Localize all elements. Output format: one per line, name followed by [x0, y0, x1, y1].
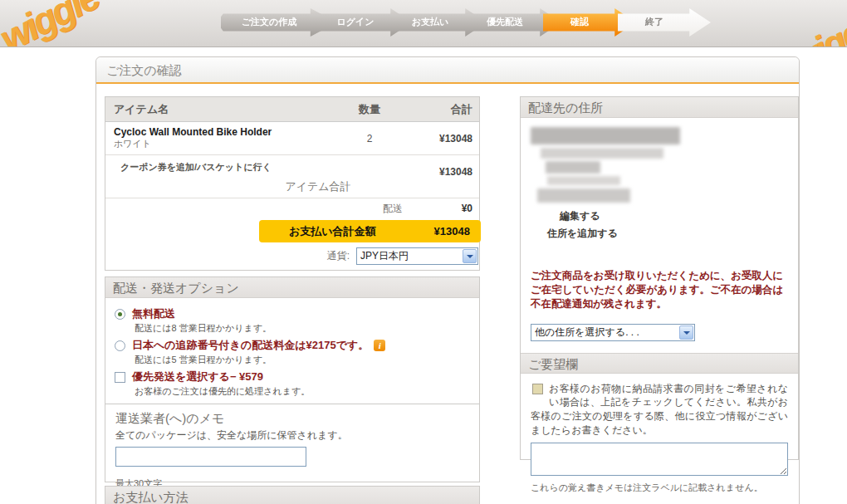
other-address-select[interactable]: 他の住所を選択する. . . — [531, 324, 695, 341]
item-quantity: 2 — [336, 133, 403, 144]
item-variant: ホワイト — [114, 138, 336, 150]
requests-header: ご要望欄 — [521, 353, 798, 374]
grand-total-label: お支払い合計金額 — [289, 224, 376, 239]
address-block: 編集する 住所を追加する — [521, 118, 798, 241]
requests-textarea[interactable] — [531, 443, 788, 476]
col-qty: 数量 — [336, 102, 403, 117]
item-name: Cycloc Wall Mounted Bike Holder — [114, 126, 336, 138]
chevron-down-icon[interactable] — [679, 325, 693, 340]
currency-select[interactable]: JPY日本円 — [356, 247, 478, 265]
free-shipping-radio[interactable] — [115, 309, 125, 320]
courier-memo-desc: 全てのパッケージは、安全な場所に保管されます。 — [115, 428, 469, 443]
tracked-shipping-desc: 配送には5 営業日程かかります。 — [135, 354, 472, 366]
currency-row: 通貨: JPY日本円 — [105, 242, 479, 269]
grand-total-value: ¥13048 — [434, 225, 470, 237]
tracked-shipping-radio[interactable] — [115, 340, 125, 351]
shipping-options-header: 配送・発送オプション — [105, 277, 479, 298]
address-redacted-line — [537, 188, 630, 203]
free-shipping-desc: 配送には8 営業日程かかります。 — [135, 322, 472, 335]
checkout-progress: ご注文の作成 ログイン お支払い 優先配送 確認 終了 — [221, 8, 693, 37]
add-coupon-link[interactable]: クーポン券を追加/バスケットに行く — [120, 161, 272, 174]
shipping-label: 配送 — [383, 202, 403, 216]
col-item-name: アイテム名 — [105, 102, 336, 117]
item-total: ¥13048 — [403, 133, 479, 144]
priority-dispatch-label[interactable]: 優先発送を選択する− ¥579 — [132, 369, 263, 384]
free-shipping-label[interactable]: 無料配送 — [132, 306, 175, 321]
edit-address-link[interactable]: 編集する — [560, 209, 788, 223]
top-banner: wiggle wiggle ご注文の作成 ログイン お支払い 優先配送 確認 終… — [0, 0, 847, 47]
order-confirmation-container: ご注文の確認 アイテム名 数量 合計 Cycloc Wall Mounted B… — [95, 56, 800, 504]
wiggle-logo: wiggle — [0, 0, 105, 47]
table-row: Cycloc Wall Mounted Bike Holder ホワイト 2 ¥… — [105, 122, 479, 155]
courier-memo-title: 運送業者(へ)のメモ — [115, 411, 469, 427]
shipping-value: ¥0 — [403, 203, 479, 214]
add-address-link[interactable]: 住所を追加する — [547, 227, 788, 241]
subtotal-block: クーポン券を追加/バスケットに行く ¥13048 アイテム合計 — [105, 155, 479, 198]
shipping-options-panel: 配送・発送オプション 無料配送 配送には8 営業日程かかります。 日本への追跡番… — [105, 276, 480, 482]
payment-method-panel: お支払い方法 — [105, 486, 480, 504]
address-redacted-line — [546, 161, 600, 174]
payment-method-header: お支払い方法 — [105, 487, 479, 504]
tracked-shipping-label[interactable]: 日本への追跡番号付きの配送料金は¥2175です。 — [132, 338, 369, 353]
shipping-cost-row: 配送 ¥0 — [105, 198, 479, 218]
address-redacted-line — [531, 127, 680, 144]
wiggle-logo-partial: wiggle — [781, 0, 847, 47]
col-total: 合計 — [403, 102, 479, 117]
info-icon[interactable]: i — [374, 340, 385, 351]
requests-instructions: お客様のお荷物に納品請求書の同封をご希望されない場合は、上記をチェックしてくださ… — [531, 382, 788, 438]
address-redacted-line — [541, 148, 663, 159]
currency-label: 通貨: — [327, 249, 350, 263]
items-table-header: アイテム名 数量 合計 — [105, 97, 479, 122]
page-title: ご注文の確認 — [96, 57, 799, 84]
priority-dispatch-desc: お客様のご注文は優先的に処理されます。 — [135, 385, 472, 398]
items-subtotal-value: ¥13048 — [439, 166, 472, 178]
chevron-down-icon[interactable] — [463, 249, 477, 263]
address-redacted-line — [547, 176, 620, 185]
delivery-address-panel: 配達先の住所 編集する 住所を追加する ご注文商品をお受け取りいただくために、お… — [520, 96, 799, 460]
invoice-opt-out-checkbox[interactable] — [532, 384, 543, 394]
grand-total-bar: お支払い合計金額 ¥13048 — [259, 220, 481, 242]
step-finish: 終了 — [618, 8, 711, 37]
items-subtotal-label: アイテム合計 — [105, 179, 479, 194]
requests-note: これらの覚え書きメモは注文ラベルに記載されません。 — [531, 482, 788, 494]
delivery-warning-text: ご注文商品をお受け取りいただくために、お受取人にご在宅していただく必要があります… — [531, 269, 788, 311]
order-items-panel: アイテム名 数量 合計 Cycloc Wall Mounted Bike Hol… — [105, 96, 480, 271]
delivery-address-header: 配達先の住所 — [521, 97, 798, 118]
priority-dispatch-checkbox[interactable] — [115, 372, 125, 383]
courier-memo-input[interactable] — [115, 447, 306, 467]
